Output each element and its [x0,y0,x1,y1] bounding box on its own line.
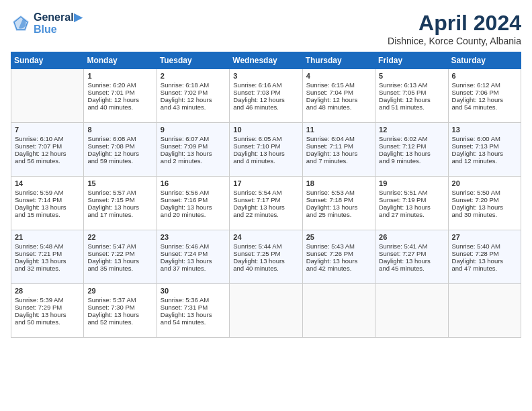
day-info-line: Sunrise: 6:16 AM [233,81,298,89]
day-number: 4 [306,72,371,80]
calendar-cell: 27Sunrise: 5:40 AMSunset: 7:28 PMDayligh… [448,230,521,284]
day-info-line: and 40 minutes. [233,265,298,272]
calendar-cell: 7Sunrise: 6:10 AMSunset: 7:07 PMDaylight… [11,123,84,177]
day-info-line: Sunset: 7:14 PM [15,196,80,203]
day-info-line: and 35 minutes. [87,265,152,272]
day-info-line: Sunset: 7:06 PM [452,89,517,96]
day-info-line: Daylight: 13 hours [306,257,371,265]
day-info-line: Sunrise: 6:18 AM [161,81,226,89]
day-info-line: Sunset: 7:27 PM [379,250,444,257]
day-info-line: Sunrise: 5:46 AM [161,242,226,250]
day-info-line: and 56 minutes. [15,157,80,165]
day-info-line: Daylight: 13 hours [379,150,444,157]
day-number: 21 [15,233,80,241]
day-info-line: and 37 minutes. [161,265,226,272]
day-info-line: Sunrise: 5:36 AM [161,296,226,304]
day-info-line: Sunset: 7:22 PM [87,250,152,257]
calendar-cell [302,284,375,338]
day-info-line: and 51 minutes. [379,103,444,111]
day-info-line: and 27 minutes. [379,211,444,218]
day-info-line: Daylight: 13 hours [452,150,517,157]
day-info-line: and 15 minutes. [15,211,80,218]
day-info-line: Daylight: 13 hours [306,150,371,157]
day-info-line: Sunset: 7:12 PM [379,142,444,150]
calendar-cell: 4Sunrise: 6:15 AMSunset: 7:04 PMDaylight… [302,69,375,123]
day-number: 15 [87,179,152,187]
day-number: 28 [15,287,80,295]
calendar-cell: 26Sunrise: 5:41 AMSunset: 7:27 PMDayligh… [375,230,448,284]
day-info-line: and 42 minutes. [306,265,371,272]
day-info-line: Daylight: 13 hours [87,257,152,265]
day-info-line: Sunrise: 5:51 AM [379,189,444,196]
day-info-line: and 54 minutes. [452,103,517,111]
day-info-line: and 45 minutes. [379,265,444,272]
calendar-week-2: 7Sunrise: 6:10 AMSunset: 7:07 PMDaylight… [11,123,521,177]
calendar-cell [11,69,84,123]
day-info-line: Daylight: 13 hours [379,257,444,265]
day-info-line: Daylight: 12 hours [306,96,371,103]
day-info-line: Sunrise: 6:02 AM [379,135,444,142]
location-subtitle: Dishnice, Korce County, Albania [388,36,521,46]
calendar-week-1: 1Sunrise: 6:20 AMSunset: 7:01 PMDaylight… [11,69,521,123]
day-info-line: Sunrise: 6:12 AM [452,81,517,89]
day-info-line: Sunset: 7:18 PM [306,196,371,203]
day-info-line: Sunset: 7:19 PM [379,196,444,203]
calendar-cell: 17Sunrise: 5:54 AMSunset: 7:17 PMDayligh… [230,177,302,230]
day-info-line: Daylight: 13 hours [379,203,444,211]
day-number: 17 [233,179,298,187]
day-info-line: Sunrise: 5:50 AM [452,189,517,196]
day-info-line: Sunset: 7:30 PM [87,304,152,311]
weekday-tuesday: Tuesday [157,52,229,69]
calendar-cell: 15Sunrise: 5:57 AMSunset: 7:15 PMDayligh… [84,177,157,230]
day-info-line: Sunset: 7:21 PM [15,250,80,257]
day-info-line: and 17 minutes. [87,211,152,218]
svg-marker-0 [13,15,29,31]
day-info-line: Daylight: 12 hours [15,150,80,157]
day-info-line: Sunset: 7:24 PM [161,250,226,257]
day-info-line: Sunset: 7:25 PM [233,250,298,257]
day-number: 16 [161,179,226,187]
day-number: 5 [379,72,444,80]
day-info-line: and 25 minutes. [306,211,371,218]
day-info-line: Sunrise: 6:07 AM [161,135,226,142]
day-number: 25 [306,233,371,241]
day-info-line: Daylight: 12 hours [87,96,152,103]
day-info-line: Sunset: 7:07 PM [15,142,80,150]
day-info-line: Sunset: 7:13 PM [452,142,517,150]
day-info-line: and 59 minutes. [87,157,152,165]
day-number: 3 [233,72,298,80]
calendar-cell: 5Sunrise: 6:13 AMSunset: 7:05 PMDaylight… [375,69,448,123]
day-number: 7 [15,126,80,134]
calendar-cell [448,284,521,338]
day-info-line: and 2 minutes. [161,157,226,165]
calendar-cell [375,284,448,338]
calendar-cell: 19Sunrise: 5:51 AMSunset: 7:19 PMDayligh… [375,177,448,230]
day-number: 11 [306,126,371,134]
day-info-line: Sunrise: 5:41 AM [379,242,444,250]
calendar-cell: 30Sunrise: 5:36 AMSunset: 7:31 PMDayligh… [157,284,229,338]
day-number: 6 [452,72,517,80]
day-number: 13 [452,126,517,134]
day-info-line: Sunset: 7:01 PM [87,89,152,96]
calendar-cell: 22Sunrise: 5:47 AMSunset: 7:22 PMDayligh… [84,230,157,284]
calendar-body: 1Sunrise: 6:20 AMSunset: 7:01 PMDaylight… [11,69,521,338]
calendar-table: SundayMondayTuesdayWednesdayThursdayFrid… [11,52,521,338]
calendar-week-5: 28Sunrise: 5:39 AMSunset: 7:29 PMDayligh… [11,284,521,338]
day-info-line: and 43 minutes. [161,103,226,111]
day-info-line: Daylight: 12 hours [87,150,152,157]
calendar-cell: 28Sunrise: 5:39 AMSunset: 7:29 PMDayligh… [11,284,84,338]
weekday-header-row: SundayMondayTuesdayWednesdayThursdayFrid… [11,52,521,69]
logo-icon [11,13,31,34]
day-info-line: Sunrise: 6:13 AM [379,81,444,89]
day-info-line: Daylight: 13 hours [15,203,80,211]
calendar-cell: 9Sunrise: 6:07 AMSunset: 7:09 PMDaylight… [157,123,229,177]
day-info-line: Sunrise: 5:39 AM [15,296,80,304]
day-info-line: Daylight: 13 hours [233,257,298,265]
calendar-cell: 29Sunrise: 5:37 AMSunset: 7:30 PMDayligh… [84,284,157,338]
weekday-wednesday: Wednesday [230,52,302,69]
day-info-line: Daylight: 12 hours [161,96,226,103]
day-info-line: Daylight: 13 hours [87,203,152,211]
day-info-line: Sunrise: 5:57 AM [87,189,152,196]
title-block: April 2024 Dishnice, Korce County, Alban… [388,11,521,46]
day-number: 10 [233,126,298,134]
